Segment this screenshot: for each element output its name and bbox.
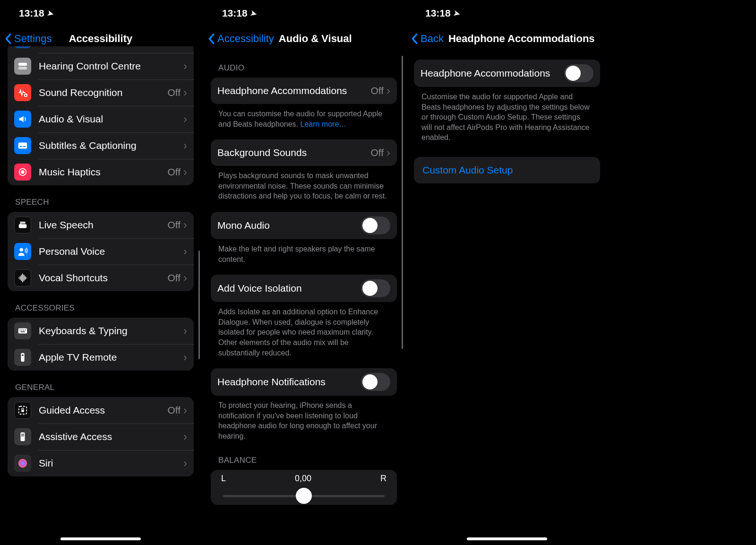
row-value: Off [167, 166, 180, 178]
row-assistive-access[interactable]: Assistive Access› [8, 424, 194, 450]
page-title: Audio & Visual [279, 33, 352, 45]
chevron-right-icon: › [183, 351, 187, 364]
balance-slider[interactable]: L 0,00 R [211, 470, 397, 505]
keyboard-bubble-icon [14, 216, 31, 234]
row-personal-voice[interactable]: Personal Voice› [8, 238, 194, 265]
row-sound-recognition[interactable]: Sound RecognitionOff› [8, 79, 194, 106]
row-label: Custom Audio Setup [422, 164, 513, 176]
row-label: Guided Access [39, 405, 167, 416]
row-label: Background Sounds [217, 147, 370, 158]
status-time: 13:18 [222, 8, 248, 19]
nav-bar: Accessibility Audio & Visual [203, 26, 404, 51]
row-label: Audio & Visual [39, 113, 183, 125]
row-label: Headphone Accommodations [217, 85, 370, 96]
toggle-mono-audio[interactable] [361, 216, 390, 234]
balance-right-label: R [380, 474, 387, 484]
chevron-right-icon: › [183, 165, 187, 179]
wave-icon [14, 269, 31, 286]
svg-point-13 [21, 170, 24, 173]
balance-track[interactable] [223, 495, 385, 497]
row-audio-visual[interactable]: Audio & Visual› [8, 106, 194, 132]
row-label: Hearing Control Centre [39, 61, 183, 72]
svg-rect-17 [18, 329, 27, 334]
row-value: Off [167, 272, 180, 284]
row-siri[interactable]: Siri› [8, 450, 194, 476]
settings-list[interactable]: Hearing Devices›Hearing Control Centre›S… [0, 46, 201, 545]
chevron-left-icon [208, 33, 215, 44]
svg-rect-8 [18, 67, 27, 69]
svg-rect-30 [21, 435, 22, 436]
back-label: Back [421, 33, 444, 45]
section-header: GENERAL [0, 371, 201, 397]
footer-mono-audio: Make the left and right speakers play th… [203, 239, 404, 266]
row-vocal-shortcuts[interactable]: Vocal ShortcutsOff› [8, 265, 194, 291]
row-custom-audio-setup[interactable]: Custom Audio Setup [414, 157, 600, 183]
status-time: 13:18 [19, 8, 44, 19]
svg-rect-7 [18, 63, 27, 66]
back-button[interactable]: Settings [5, 33, 52, 45]
balance-thumb[interactable] [296, 488, 312, 504]
scrollbar[interactable] [402, 56, 403, 349]
row-mono-audio[interactable]: Mono Audio [211, 212, 397, 239]
chevron-right-icon: › [183, 430, 187, 443]
nav-bar: Back Headphone Accommodations [406, 26, 608, 51]
row-keyboards-typing[interactable]: Keyboards & Typing› [8, 318, 194, 344]
toggle-headphone-notifications[interactable] [361, 373, 390, 391]
row-label: Headphone Accommodations [421, 68, 564, 79]
back-button[interactable]: Accessibility [208, 33, 274, 45]
speaker-icon [14, 111, 31, 128]
phone-grid-icon [14, 428, 31, 445]
row-subtitles-captioning[interactable]: Subtitles & Captioning› [8, 132, 194, 159]
row-guided-access[interactable]: Guided AccessOff› [8, 397, 194, 424]
chevron-right-icon: › [183, 139, 187, 152]
row-music-haptics[interactable]: Music HapticsOff› [8, 159, 194, 185]
status-right [386, 8, 393, 19]
status-right [182, 8, 190, 19]
toggle-voice-isolation[interactable] [361, 279, 390, 297]
chevron-right-icon: › [183, 112, 187, 126]
footer-headphone-accommodations: You can customise the audio for supporte… [203, 104, 404, 131]
row-value: Off [167, 87, 180, 98]
row-hearing-control-centre[interactable]: Hearing Control Centre› [8, 53, 194, 79]
row-headphone-accommodations[interactable]: Headphone Accommodations Off › [211, 78, 397, 104]
row-background-sounds[interactable]: Background Sounds Off › [211, 139, 397, 166]
chevron-right-icon: › [387, 84, 390, 97]
row-label: Headphone Notifications [217, 376, 361, 388]
chevron-right-icon: › [183, 324, 187, 337]
ear-icon [14, 46, 31, 48]
pane-headphone-accommodations: 13:18 ➤ Back Headphone Accommodations He… [406, 0, 608, 545]
svg-rect-22 [20, 331, 25, 332]
switch-icon [14, 58, 31, 75]
learn-more-link[interactable]: Learn more… [300, 120, 346, 128]
row-label: Mono Audio [217, 220, 361, 231]
chevron-right-icon: › [183, 86, 187, 99]
row-label: Personal Voice [39, 246, 183, 257]
row-voice-isolation[interactable]: Add Voice Isolation [211, 275, 397, 302]
page-title: Headphone Accommodations [448, 33, 595, 45]
home-indicator[interactable] [467, 537, 547, 540]
row-live-speech[interactable]: Live SpeechOff› [8, 212, 194, 238]
row-label: Siri [39, 458, 183, 469]
scrollbar[interactable] [198, 251, 200, 359]
row-headphone-accommodations-toggle[interactable]: Headphone Accommodations [414, 60, 600, 87]
svg-rect-18 [20, 329, 21, 330]
row-label: Add Voice Isolation [217, 283, 361, 294]
row-headphone-notifications[interactable]: Headphone Notifications [211, 368, 397, 396]
settings-list[interactable]: Headphone Accommodations Customise the a… [406, 51, 608, 545]
svg-rect-23 [21, 353, 24, 362]
back-label: Accessibility [217, 33, 274, 45]
svg-point-32 [18, 459, 27, 467]
row-label: Music Haptics [39, 166, 167, 178]
home-indicator[interactable] [60, 537, 141, 540]
svg-point-9 [25, 94, 27, 97]
svg-point-24 [22, 355, 24, 356]
row-label: Apple TV Remote [39, 352, 183, 363]
section-header-balance: BALANCE [203, 443, 404, 470]
svg-rect-15 [19, 224, 27, 228]
row-hearing-devices[interactable]: Hearing Devices› [8, 46, 194, 53]
row-apple-tv-remote[interactable]: Apple TV Remote› [8, 344, 194, 371]
toggle-headphone-accommodations[interactable] [564, 64, 593, 82]
settings-list[interactable]: AUDIO Headphone Accommodations Off › You… [203, 51, 404, 545]
back-label: Settings [14, 33, 52, 45]
back-button[interactable]: Back [411, 33, 444, 45]
